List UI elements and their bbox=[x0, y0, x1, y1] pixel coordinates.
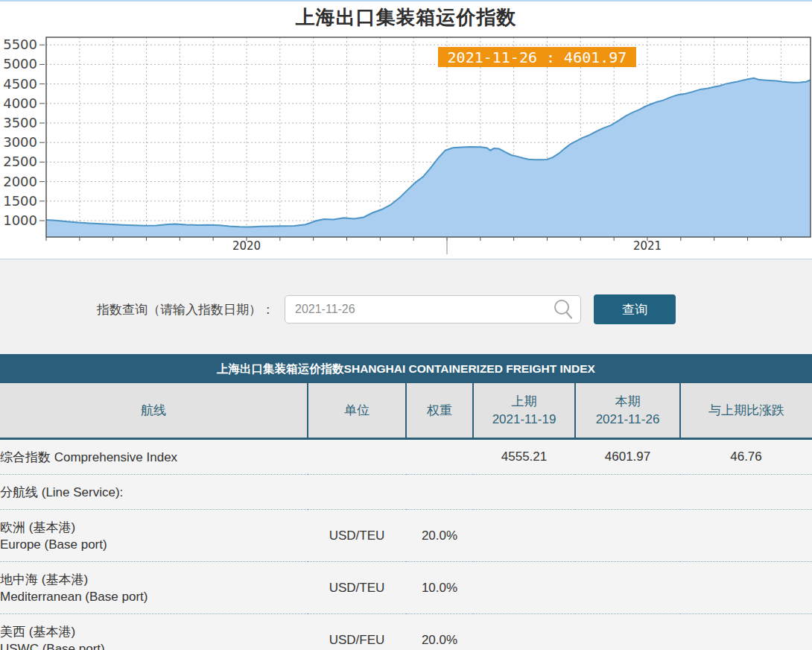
svg-text:5000: 5000 bbox=[3, 56, 37, 72]
svg-text:1500: 1500 bbox=[3, 193, 37, 209]
current-value bbox=[575, 614, 680, 650]
weight-cell bbox=[406, 475, 473, 510]
col-change: 与上期比涨跌 bbox=[680, 383, 812, 439]
svg-text:1000: 1000 bbox=[3, 212, 37, 228]
previous-value bbox=[473, 562, 575, 614]
table-row: 欧洲 (基本港)Europe (Base port)USD/TEU20.0% bbox=[0, 510, 812, 562]
unit-cell: USD/TEU bbox=[308, 510, 406, 562]
change-value bbox=[680, 475, 812, 510]
table-header-row: 航线 单位 权重 上期2021-11-19 本期2021-11-26 与上期比涨… bbox=[0, 383, 812, 439]
chart-section: 上海出口集装箱运价指数 1000150020002500300035004000… bbox=[0, 0, 812, 259]
table-row: 分航线 (Line Service): bbox=[0, 475, 812, 510]
route: 地中海 (基本港)Mediterranean (Base port) bbox=[0, 562, 308, 614]
svg-text:2000: 2000 bbox=[3, 174, 37, 189]
current-value bbox=[575, 475, 680, 510]
route: 欧洲 (基本港)Europe (Base port) bbox=[0, 510, 308, 562]
svg-text:3000: 3000 bbox=[3, 134, 37, 150]
unit-cell bbox=[308, 475, 406, 510]
search-icon[interactable] bbox=[552, 298, 574, 321]
change-value bbox=[680, 562, 812, 614]
chart-tooltip: 2021-11-26 : 4601.97 bbox=[438, 47, 636, 67]
route: 分航线 (Line Service): bbox=[0, 475, 308, 510]
query-button[interactable]: 查询 bbox=[594, 294, 676, 324]
change-value bbox=[680, 614, 812, 650]
svg-text:5500: 5500 bbox=[3, 37, 37, 52]
previous-value: 4555.21 bbox=[473, 439, 575, 475]
svg-text:4000: 4000 bbox=[3, 95, 37, 111]
change-value: 46.76 bbox=[680, 439, 812, 475]
table-row: 地中海 (基本港)Mediterranean (Base port)USD/TE… bbox=[0, 562, 812, 614]
table-row: 综合指数 Comprehensive Index4555.214601.9746… bbox=[0, 439, 812, 475]
col-previous: 上期2021-11-19 bbox=[473, 383, 575, 439]
previous-value bbox=[473, 475, 575, 510]
svg-text:4500: 4500 bbox=[3, 76, 37, 92]
scfi-table: 航线 单位 权重 上期2021-11-19 本期2021-11-26 与上期比涨… bbox=[0, 383, 812, 650]
index-query-label: 指数查询（请输入指数日期）： bbox=[97, 301, 274, 318]
svg-text:2021-11-26 : 4601.97: 2021-11-26 : 4601.97 bbox=[448, 48, 627, 66]
change-value bbox=[680, 510, 812, 562]
previous-value bbox=[473, 614, 575, 650]
col-unit: 单位 bbox=[308, 383, 406, 439]
x-axis-year-label: 2021 bbox=[633, 239, 662, 253]
x-axis-year-label: 2020 bbox=[232, 239, 261, 253]
col-weight: 权重 bbox=[406, 383, 473, 439]
route: 美西 (基本港)USWC (Base port) bbox=[0, 614, 308, 650]
unit-cell: USD/TEU bbox=[308, 562, 406, 614]
svg-text:3500: 3500 bbox=[3, 115, 37, 130]
previous-value bbox=[473, 510, 575, 562]
current-value bbox=[575, 562, 680, 614]
weight-cell: 20.0% bbox=[406, 614, 473, 650]
weight-cell bbox=[406, 439, 473, 475]
date-input-wrap bbox=[285, 295, 581, 324]
table-row: 美西 (基本港)USWC (Base port)USD/FEU20.0% bbox=[0, 614, 812, 650]
weight-cell: 10.0% bbox=[406, 562, 473, 614]
current-value: 4601.97 bbox=[575, 439, 680, 475]
table-banner: 上海出口集装箱运价指数SHANGHAI CONTAINERIZED FREIGH… bbox=[0, 354, 812, 383]
index-query-section: 指数查询（请输入指数日期）： 查询 bbox=[0, 259, 812, 354]
col-route: 航线 bbox=[0, 383, 308, 439]
svg-text:2500: 2500 bbox=[3, 154, 37, 169]
current-value bbox=[575, 510, 680, 562]
index-date-input[interactable] bbox=[285, 295, 581, 324]
unit-cell bbox=[308, 439, 406, 475]
col-current: 本期2021-11-26 bbox=[575, 383, 680, 439]
weight-cell: 20.0% bbox=[406, 510, 473, 562]
unit-cell: USD/FEU bbox=[308, 614, 406, 650]
route: 综合指数 Comprehensive Index bbox=[0, 439, 308, 475]
